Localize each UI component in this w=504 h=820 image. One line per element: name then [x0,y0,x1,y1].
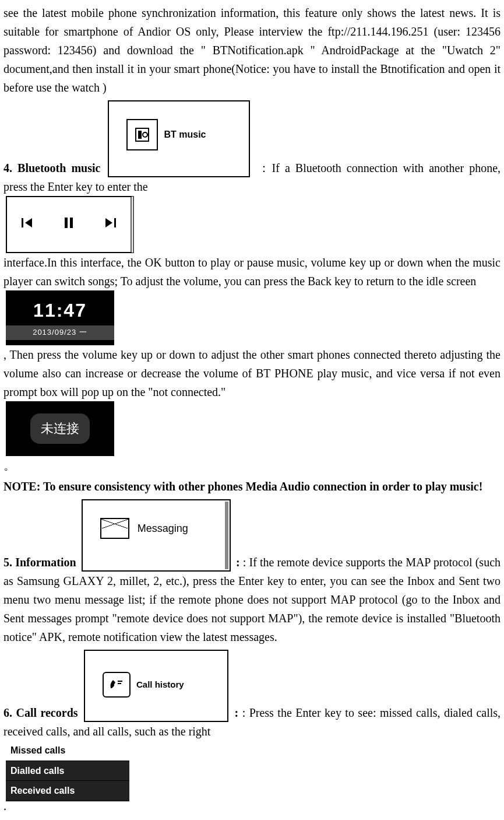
svg-marker-8 [105,218,112,227]
next-icon [103,212,117,238]
clock-time: 11:47 [6,296,114,325]
messaging-screenshot: Messaging [82,499,231,572]
call-list-row-missed: Missed calls [6,741,129,761]
clock-screenshot: 11:47 2013/09/23 一 [6,290,114,345]
section-5-text: : If the remote device supports the MAP … [3,556,501,643]
call-list-row-received: Received calls [6,781,129,801]
section-6: 6. Call records Call history : : Press t… [3,650,501,815]
not-connected-label: 未连接 [30,413,90,443]
player-screenshot [6,196,134,253]
prev-icon [20,212,34,238]
section-5: 5. Information Messaging : : If the remo… [3,499,501,646]
call-history-icon [103,672,131,698]
intro-text: see the latest mobile phone synchronizat… [3,3,501,97]
pause-icon [62,212,76,238]
section-4-text-b: interface.In this interface, the OK butt… [3,256,501,288]
svg-rect-1 [138,131,142,139]
clock-date: 2013/09/23 一 [6,325,114,340]
not-connected-screenshot: 未连接 [6,401,114,456]
svg-marker-4 [25,218,32,227]
section-6-title: 6. Call records [3,706,78,719]
messaging-label: Messaging [138,520,188,537]
svg-point-2 [143,132,147,137]
section-6-text-end: . [3,800,6,812]
svg-rect-6 [70,218,73,228]
call-history-label: Call history [136,678,184,692]
bt-music-label: BT music [164,127,206,142]
svg-rect-7 [114,218,116,227]
call-list-screenshot: Missed calls Dialled calls Received call… [6,741,129,797]
section-6-text-a: : Press the Enter key to see: missed cal… [3,706,501,738]
section-5-title: 5. Information [3,556,76,569]
call-list-row-dialled: Dialled calls [6,761,129,782]
svg-rect-3 [22,218,23,227]
section-4-text-end: 。 [3,459,15,472]
section-4-note: NOTE: To ensure consistency with other p… [3,477,501,496]
music-icon [126,119,158,150]
svg-rect-5 [65,218,68,228]
bt-music-screenshot: BT music [108,100,250,177]
envelope-icon [100,518,129,539]
section-4-title: 4. Bluetooth music [3,162,100,174]
call-history-screenshot: Call history [84,650,228,722]
section-4: 4. Bluetooth music BT music ：If a Blueto… [3,100,501,475]
section-4-text-c: , Then press the volume key up or down t… [3,348,501,398]
